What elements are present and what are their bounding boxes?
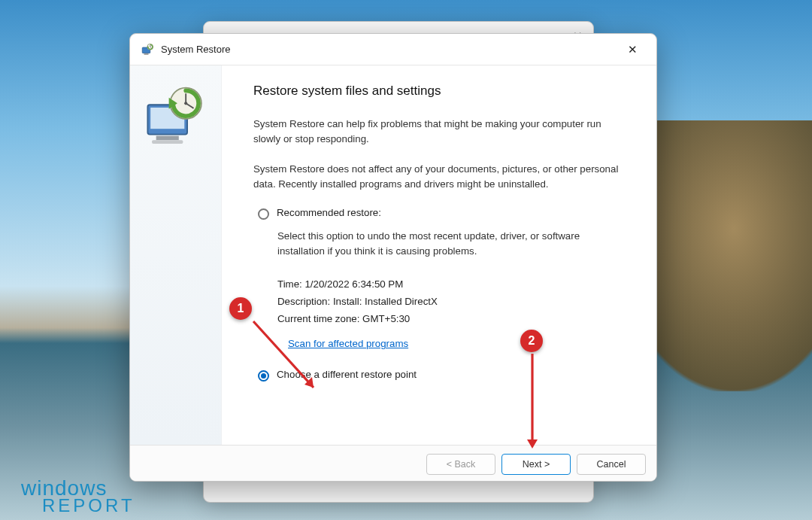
intro-paragraph-2: System Restore does not affect any of yo… (253, 162, 623, 192)
wizard-sidebar (130, 65, 222, 445)
detail-time: Time: 1/20/2022 6:34:50 PM (277, 275, 623, 293)
svg-point-14 (184, 102, 187, 105)
restore-options: Recommended restore: Select this option … (253, 207, 623, 382)
option-recommended-description: Select this option to undo the most rece… (277, 229, 623, 259)
svg-rect-1 (144, 53, 149, 55)
option-choose-different[interactable]: Choose a different restore point (258, 369, 623, 382)
close-button[interactable]: ✕ (619, 38, 646, 61)
radio-choose-different[interactable] (258, 370, 269, 382)
intro-paragraph-1: System Restore can help fix problems tha… (253, 117, 623, 147)
wizard-restore-icon (141, 84, 211, 154)
detail-timezone: Current time zone: GMT+5:30 (277, 310, 623, 327)
watermark: windows REPORT (21, 479, 135, 514)
wizard-content: Restore system files and settings System… (222, 65, 656, 445)
next-button[interactable]: Next > (501, 454, 571, 475)
option-recommended-label: Recommended restore: (277, 207, 381, 218)
annotation-badge-1: 1 (229, 297, 252, 320)
radio-recommended[interactable] (258, 208, 269, 220)
titlebar: System Restore ✕ (130, 34, 656, 65)
desktop-wallpaper: ✕ System Restore ✕ (0, 0, 812, 520)
option-recommended[interactable]: Recommended restore: (258, 207, 623, 220)
system-restore-icon (141, 43, 154, 56)
detail-description: Description: Install: Installed DirectX (277, 293, 623, 310)
recommended-details: Time: 1/20/2022 6:34:50 PM Description: … (277, 275, 623, 328)
svg-rect-8 (156, 136, 179, 141)
option-choose-different-label: Choose a different restore point (277, 369, 417, 380)
back-button: < Back (426, 454, 495, 475)
cancel-button[interactable]: Cancel (577, 454, 646, 475)
system-restore-dialog: System Restore ✕ (129, 33, 657, 482)
page-heading: Restore system files and settings (253, 84, 623, 99)
svg-rect-9 (152, 140, 183, 144)
close-icon: ✕ (628, 44, 638, 55)
watermark-line2: REPORT (42, 497, 135, 514)
dialog-footer: < Back Next > Cancel (130, 445, 656, 482)
dialog-body: Restore system files and settings System… (130, 65, 656, 445)
scan-affected-programs-link[interactable]: Scan for affected programs (288, 338, 408, 349)
dialog-title: System Restore (161, 44, 230, 55)
annotation-badge-2: 2 (520, 330, 543, 352)
